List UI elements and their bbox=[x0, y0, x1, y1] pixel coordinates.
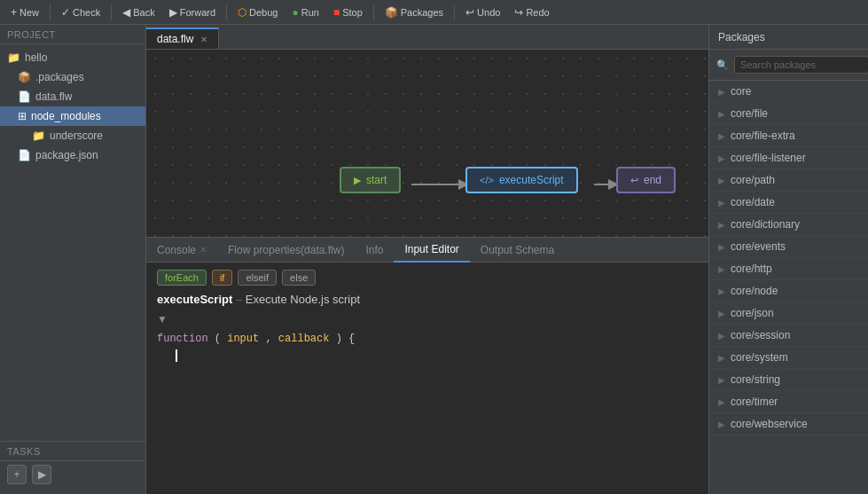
package-item-core-file-extra[interactable]: ▶core/file-extra bbox=[709, 125, 868, 147]
pkg-expand-icon: ▶ bbox=[718, 109, 725, 119]
sidebar-item-package-json[interactable]: 📄package.json bbox=[0, 145, 145, 165]
package-item-core-file[interactable]: ▶core/file bbox=[709, 103, 868, 125]
debug-icon: ⬡ bbox=[238, 6, 246, 19]
pkg-expand-icon: ▶ bbox=[718, 220, 725, 230]
flow-node-end[interactable]: ↩ end bbox=[616, 167, 676, 193]
search-input[interactable] bbox=[734, 56, 868, 74]
bottom-tab-info[interactable]: Info bbox=[355, 238, 394, 263]
file-tab-close-icon[interactable]: ✕ bbox=[200, 35, 207, 44]
package-item-core-events[interactable]: ▶core/events bbox=[709, 236, 868, 258]
pkg-expand-icon: ▶ bbox=[718, 353, 725, 363]
tasks-toolbar: + ▶ bbox=[0, 461, 145, 488]
pkg-expand-icon: ▶ bbox=[718, 153, 725, 163]
bottom-tab-console[interactable]: Console ✕ bbox=[146, 238, 217, 263]
package-item-core-webservice[interactable]: ▶core/webservice bbox=[709, 413, 868, 435]
check-button[interactable]: ✓ Check bbox=[56, 4, 106, 21]
tag-if[interactable]: if bbox=[212, 270, 233, 286]
pkg-expand-icon: ▶ bbox=[718, 264, 725, 274]
collapse-button[interactable]: ▼ bbox=[157, 313, 698, 325]
bottom-tab-flow-properties-data-flw-[interactable]: Flow properties(data.flw) bbox=[217, 238, 355, 263]
package-item-core-system[interactable]: ▶core/system bbox=[709, 347, 868, 369]
pkg-expand-icon: ▶ bbox=[718, 375, 725, 385]
packages-list: ▶core▶core/file▶core/file-extra▶core/fil… bbox=[709, 81, 868, 494]
sidebar-item-node-modules[interactable]: ⊞node_modules bbox=[0, 106, 145, 126]
pkg-name: core/http bbox=[731, 263, 859, 275]
tag-else-if[interactable]: elseif bbox=[238, 270, 277, 286]
pkg-expand-icon: ▶ bbox=[718, 397, 725, 407]
flow-node-start[interactable]: ▶ start bbox=[340, 167, 401, 193]
pkg-name: core/file-extra bbox=[731, 129, 859, 142]
toolbar: + New ✓ Check ◀ Back ▶ Forward ⬡ Debug ●… bbox=[0, 0, 868, 25]
pkg-expand-icon: ▶ bbox=[718, 420, 725, 429]
package-item-core-http[interactable]: ▶core/http bbox=[709, 258, 868, 280]
packages-search-area: 🔍 ⬇ bbox=[709, 50, 868, 81]
text-cursor bbox=[176, 349, 177, 362]
pkg-expand-icon: ▶ bbox=[718, 198, 725, 208]
pkg-expand-icon: ▶ bbox=[718, 131, 725, 141]
sidebar: Project 📁hello📦.packages📄data.flw⊞node_m… bbox=[0, 25, 146, 494]
pkg-name: core/events bbox=[731, 240, 859, 253]
bottom-content: forEachifelseifelse executeScript – Exec… bbox=[146, 263, 708, 494]
flow-canvas[interactable]: ▶ start </> executeScript ↩ end bbox=[146, 50, 708, 237]
pkg-expand-icon: ▶ bbox=[718, 309, 725, 318]
code-block: function ( input , callback ) { bbox=[157, 331, 698, 365]
tab-close-icon[interactable]: ✕ bbox=[199, 245, 207, 255]
node-info: executeScript – Execute Node.js script bbox=[157, 293, 698, 306]
pkg-name: core/file-listener bbox=[731, 152, 859, 164]
packages-button[interactable]: 📦 Packages bbox=[379, 4, 449, 21]
tag-else[interactable]: else bbox=[282, 270, 316, 286]
back-icon: ◀ bbox=[122, 6, 130, 19]
start-play-icon: ▶ bbox=[354, 175, 361, 186]
undo-icon: ↩ bbox=[465, 6, 474, 19]
bottom-tab-output-schema[interactable]: Output Schema bbox=[470, 238, 565, 263]
file-tab-data-flw[interactable]: data.flw ✕ bbox=[146, 27, 219, 49]
tasks-header: Tasks bbox=[0, 442, 145, 461]
redo-button[interactable]: ↪ Redo bbox=[509, 4, 554, 21]
tag-for-each[interactable]: forEach bbox=[157, 270, 207, 286]
node-desc: Execute Node.js script bbox=[246, 293, 360, 306]
forward-icon: ▶ bbox=[169, 6, 177, 19]
package-item-core-node[interactable]: ▶core/node bbox=[709, 280, 868, 302]
toolbar-separator-1 bbox=[50, 4, 51, 20]
tasks-run-button[interactable]: ▶ bbox=[32, 465, 51, 484]
flow-node-execute-script[interactable]: </> executeScript bbox=[465, 167, 578, 193]
package-item-core-session[interactable]: ▶core/session bbox=[709, 325, 868, 347]
new-button[interactable]: + New bbox=[5, 4, 44, 21]
package-item-core-timer[interactable]: ▶core/timer bbox=[709, 391, 868, 413]
execute-label: executeScript bbox=[499, 174, 564, 186]
sidebar-tree: 📁hello📦.packages📄data.flw⊞node_modules📁u… bbox=[0, 44, 145, 441]
bottom-tabs: Console ✕Flow properties(data.flw)InfoIn… bbox=[146, 238, 708, 263]
pkg-name: core bbox=[731, 85, 859, 98]
tasks-add-button[interactable]: + bbox=[7, 465, 27, 484]
package-item-core-string[interactable]: ▶core/string bbox=[709, 369, 868, 391]
run-button[interactable]: ● Run bbox=[286, 4, 324, 21]
toolbar-separator-5 bbox=[454, 4, 455, 20]
package-item-core-file-listener[interactable]: ▶core/file-listener bbox=[709, 147, 868, 169]
code-param-callback: callback bbox=[278, 333, 330, 345]
sidebar-item-underscore[interactable]: 📁underscore bbox=[0, 126, 145, 145]
sidebar-item--packages[interactable]: 📦.packages bbox=[0, 67, 145, 87]
package-item-core-path[interactable]: ▶core/path bbox=[709, 169, 868, 192]
package-item-core-dictionary[interactable]: ▶core/dictionary bbox=[709, 214, 868, 236]
bottom-panel: Console ✕Flow properties(data.flw)InfoIn… bbox=[146, 237, 708, 494]
bottom-tab-input-editor[interactable]: Input Editor bbox=[394, 238, 469, 263]
pkg-name: core/file bbox=[731, 107, 859, 120]
content-area: data.flw ✕ ▶ start bbox=[146, 25, 708, 494]
package-item-core-date[interactable]: ▶core/date bbox=[709, 192, 868, 214]
back-button[interactable]: ◀ Back bbox=[117, 4, 160, 21]
new-icon: + bbox=[11, 6, 17, 19]
pkg-name: core/json bbox=[731, 307, 859, 319]
start-label: start bbox=[366, 174, 387, 186]
stop-button[interactable]: ■ Stop bbox=[328, 4, 368, 21]
pkg-expand-icon: ▶ bbox=[718, 87, 725, 97]
debug-button[interactable]: ⬡ Debug bbox=[232, 4, 283, 21]
pkg-expand-icon: ▶ bbox=[718, 242, 725, 252]
sidebar-item-data-flw[interactable]: 📄data.flw bbox=[0, 87, 145, 106]
package-item-core[interactable]: ▶core bbox=[709, 81, 868, 103]
undo-button[interactable]: ↩ Undo bbox=[460, 4, 505, 21]
sidebar-item-hello[interactable]: 📁hello bbox=[0, 48, 145, 67]
pkg-name: core/session bbox=[731, 329, 859, 341]
package-item-core-json[interactable]: ▶core/json bbox=[709, 302, 868, 325]
file-tabs: data.flw ✕ bbox=[146, 25, 708, 50]
forward-button[interactable]: ▶ Forward bbox=[164, 4, 221, 21]
